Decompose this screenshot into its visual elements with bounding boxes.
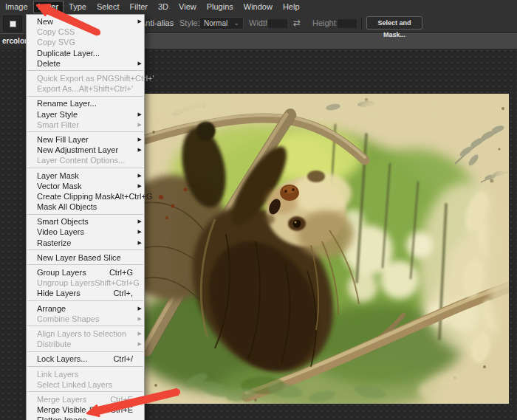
submenu-arrow-icon: ▶ — [135, 341, 142, 347]
sloth-watercolor-image — [145, 94, 509, 404]
height-input[interactable] — [337, 18, 357, 29]
menu-item-label: Smart Objects — [37, 217, 89, 226]
submenu-arrow-icon: ▶ — [135, 173, 142, 179]
layer-menu-item-new-adjustment-layer[interactable]: New Adjustment Layer▶ — [27, 145, 144, 155]
menu-item-label: Arrange — [37, 304, 66, 313]
menu-item-label: Merge Layers — [37, 395, 86, 404]
menu-separator — [27, 366, 143, 367]
menu-separator — [27, 70, 143, 71]
width-input[interactable] — [267, 18, 288, 29]
menu-item-label: Mask All Objects — [37, 202, 97, 211]
menu-item-label: Combine Shapes — [37, 314, 99, 323]
menu-item-label: New Fill Layer — [37, 135, 89, 144]
submenu-arrow-icon: ▶ — [135, 111, 142, 117]
menu-item-label: Duplicate Layer... — [37, 49, 100, 58]
style-dropdown[interactable]: Normal ⌄ — [199, 17, 244, 30]
menu-item-shortcut: Ctrl+G — [109, 268, 133, 277]
menu-item-label: Align Layers to Selection — [37, 329, 126, 338]
menu-item-shortcut: Ctrl+/ — [113, 354, 133, 363]
menu-item-label: Flatten Image — [37, 416, 86, 420]
menu-item-label: Layer Style — [37, 110, 78, 119]
layer-menu-item-merge-visible[interactable]: Merge VisibleShift+Ctrl+E — [27, 404, 144, 415]
menu-item-label: Rasterize — [37, 238, 71, 247]
menubar-item-layer[interactable]: Layer — [33, 1, 64, 13]
layer-menu-item-layer-content-options: Layer Content Options... — [27, 155, 144, 165]
layer-menu-item-rename-layer[interactable]: Rename Layer... — [27, 98, 144, 109]
layer-menu-item-layer-mask[interactable]: Layer Mask▶ — [27, 170, 144, 180]
menu-item-label: Video Layers — [37, 227, 84, 236]
layer-menu-item-video-layers[interactable]: Video Layers▶ — [27, 227, 144, 237]
menu-item-label: Copy SVG — [37, 38, 75, 47]
menu-item-shortcut: Alt+Shift+Ctrl+' — [79, 84, 133, 93]
menubar-item-type[interactable]: Type — [64, 1, 92, 13]
menu-separator — [27, 391, 143, 392]
submenu-arrow-icon: ▶ — [135, 18, 142, 24]
menu-item-label: Distribute — [37, 340, 71, 348]
menu-item-label: Quick Export as PNG — [37, 74, 114, 83]
menubar-item-plugins[interactable]: Plugins — [202, 1, 239, 13]
menubar-item-view[interactable]: View — [174, 1, 202, 13]
layer-menu-item-create-clipping-mask[interactable]: Create Clipping MaskAlt+Ctrl+G — [27, 191, 144, 202]
select-and-mask-button[interactable]: Select and Mask... — [366, 16, 422, 30]
menu-item-label: Hide Layers — [37, 289, 81, 297]
layer-menu-panel: New▶Copy CSSCopy SVGDuplicate Layer...De… — [26, 14, 145, 420]
menu-separator — [27, 131, 143, 132]
options-bar-divider — [361, 17, 362, 30]
layer-menu-item-duplicate-layer[interactable]: Duplicate Layer... — [27, 48, 144, 58]
menu-item-label: Lock Layers... — [37, 354, 87, 363]
layer-menu-item-export-as: Export As...Alt+Shift+Ctrl+' — [27, 83, 144, 94]
layer-menu-item-arrange[interactable]: Arrange▶ — [27, 303, 144, 314]
menu-item-label: Rename Layer... — [37, 99, 97, 108]
menu-item-label: Smart Filter — [37, 120, 79, 129]
style-dropdown-value: Normal — [204, 19, 227, 27]
menubar-item-select[interactable]: Select — [92, 1, 125, 13]
submenu-arrow-icon: ▶ — [135, 229, 142, 235]
style-label: Style: — [179, 14, 200, 32]
menu-item-label: New Adjustment Layer — [37, 145, 118, 154]
layer-menu-item-copy-css: Copy CSS — [27, 27, 144, 37]
layer-menu-item-mask-all-objects[interactable]: Mask All Objects — [27, 202, 144, 212]
submenu-arrow-icon: ▶ — [135, 122, 142, 128]
layer-menu-item-new-fill-layer[interactable]: New Fill Layer▶ — [27, 134, 144, 145]
tool-preset-icon[interactable] — [3, 16, 22, 32]
layer-menu-item-lock-layers[interactable]: Lock Layers...Ctrl+/ — [27, 354, 144, 364]
layer-menu-item-merge-layers: Merge LayersCtrl+E — [27, 394, 144, 404]
menu-item-label: Create Clipping Mask — [37, 192, 114, 201]
submenu-arrow-icon: ▶ — [135, 183, 142, 189]
menu-item-label: Merge Visible — [37, 405, 86, 414]
layer-menu-item-group-layers[interactable]: Group LayersCtrl+G — [27, 267, 144, 278]
menu-item-shortcut: Shift+Ctrl+E — [89, 405, 133, 414]
layer-menu-item-new[interactable]: New▶ — [27, 16, 144, 27]
menu-separator — [27, 96, 143, 97]
menubar-item-image[interactable]: Image — [0, 1, 33, 13]
menu-item-shortcut: Shift+Ctrl+G — [95, 278, 140, 287]
menubar-item-help[interactable]: Help — [278, 1, 305, 13]
submenu-arrow-icon: ▶ — [135, 218, 142, 224]
layer-menu-item-flatten-image[interactable]: Flatten Image — [27, 415, 144, 420]
layer-menu-item-align-layers-to-selection: Align Layers to Selection▶ — [27, 328, 144, 339]
layer-menu-item-rasterize[interactable]: Rasterize▶ — [27, 238, 144, 248]
menubar-item-3d[interactable]: 3D — [153, 1, 174, 13]
menu-item-shortcut: Alt+Ctrl+G — [114, 192, 152, 201]
layer-menu-item-link-layers: Link Layers — [27, 368, 144, 379]
submenu-arrow-icon: ▶ — [135, 316, 142, 322]
layer-menu-item-distribute: Distribute▶ — [27, 339, 144, 349]
layer-menu-item-hide-layers[interactable]: Hide LayersCtrl+, — [27, 288, 144, 298]
menu-item-label: Copy CSS — [37, 27, 75, 36]
swap-dimensions-icon[interactable]: ⇄ — [293, 14, 301, 32]
layer-menu-item-delete[interactable]: Delete▶ — [27, 58, 144, 69]
menu-separator — [27, 300, 143, 301]
menu-separator — [27, 249, 143, 250]
submenu-arrow-icon: ▶ — [135, 331, 142, 337]
submenu-arrow-icon: ▶ — [135, 240, 142, 246]
layer-menu-item-smart-objects[interactable]: Smart Objects▶ — [27, 216, 144, 227]
menu-separator — [27, 326, 143, 326]
layer-menu-item-ungroup-layers: Ungroup LayersShift+Ctrl+G — [27, 278, 144, 288]
menu-item-label: Vector Mask — [37, 182, 82, 190]
submenu-arrow-icon: ▶ — [135, 137, 142, 142]
layer-menu-item-vector-mask[interactable]: Vector Mask▶ — [27, 181, 144, 191]
menubar-item-window[interactable]: Window — [239, 1, 278, 13]
menubar-item-filter[interactable]: Filter — [125, 1, 153, 13]
layer-menu-item-layer-style[interactable]: Layer Style▶ — [27, 109, 144, 120]
layer-menu-item-new-layer-based-slice[interactable]: New Layer Based Slice — [27, 252, 144, 263]
